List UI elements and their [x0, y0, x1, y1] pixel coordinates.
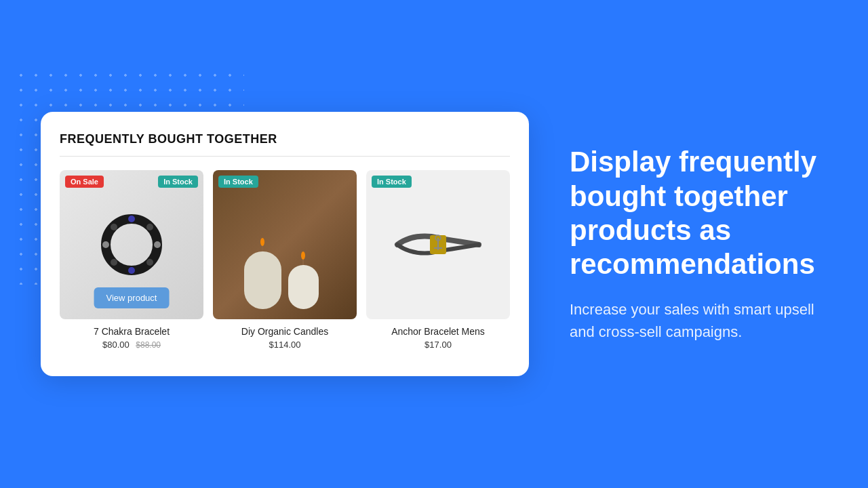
price-anchor: $17.00	[425, 340, 452, 350]
svg-point-3	[154, 241, 161, 248]
badge-in-stock-3: In Stock	[372, 176, 412, 188]
bracelet-svg	[94, 207, 169, 282]
product-image-chakra: On Sale In Stock View product	[60, 170, 203, 319]
price-original: $88.00	[136, 340, 161, 350]
svg-point-12	[260, 238, 264, 246]
product-item-anchor: In Stock Anchor Bracelet Mens	[366, 170, 510, 350]
main-headline: Display frequently bought together produ…	[570, 145, 827, 282]
price-current: $80.00	[102, 340, 130, 350]
products-grid: On Sale In Stock View product	[60, 170, 510, 350]
page-layout: FREQUENTLY BOUGHT TOGETHER On Sale In St…	[0, 0, 868, 488]
view-product-button[interactable]: View product	[94, 287, 170, 308]
product-item-candles: In Stock Diy Organic Candles $114.00	[213, 170, 357, 350]
svg-point-4	[146, 259, 153, 266]
product-price-anchor: $17.00	[425, 340, 452, 350]
badge-in-stock-2: In Stock	[218, 176, 258, 188]
price-candles: $114.00	[269, 340, 301, 350]
svg-rect-9	[244, 251, 281, 309]
badge-in-stock-1: In Stock	[158, 176, 198, 188]
svg-point-6	[111, 259, 117, 266]
frequently-bought-card: FREQUENTLY BOUGHT TOGETHER On Sale In St…	[41, 112, 529, 376]
right-panel: Display frequently bought together produ…	[570, 145, 827, 343]
svg-point-2	[146, 224, 153, 230]
svg-point-14	[301, 251, 305, 260]
product-price-candles: $114.00	[269, 340, 301, 350]
svg-point-5	[128, 267, 135, 274]
product-name-chakra: 7 Chakra Bracelet	[94, 326, 170, 337]
svg-point-7	[102, 241, 109, 248]
product-name-anchor: Anchor Bracelet Mens	[391, 326, 485, 337]
svg-point-8	[111, 224, 117, 230]
svg-rect-10	[288, 265, 319, 309]
product-name-candles: Diy Organic Candles	[241, 326, 328, 337]
product-image-candles: In Stock	[213, 170, 357, 319]
badge-on-sale: On Sale	[65, 176, 104, 188]
candles-svg	[231, 211, 339, 319]
svg-point-1	[128, 216, 135, 222]
anchor-bracelet-svg	[391, 211, 486, 279]
product-price-chakra: $80.00 $88.00	[102, 340, 161, 350]
sub-text: Increase your sales with smart upsell an…	[570, 298, 827, 343]
product-item-chakra: On Sale In Stock View product	[60, 170, 203, 350]
product-image-anchor: In Stock	[366, 170, 510, 319]
card-title: FREQUENTLY BOUGHT TOGETHER	[60, 132, 510, 157]
